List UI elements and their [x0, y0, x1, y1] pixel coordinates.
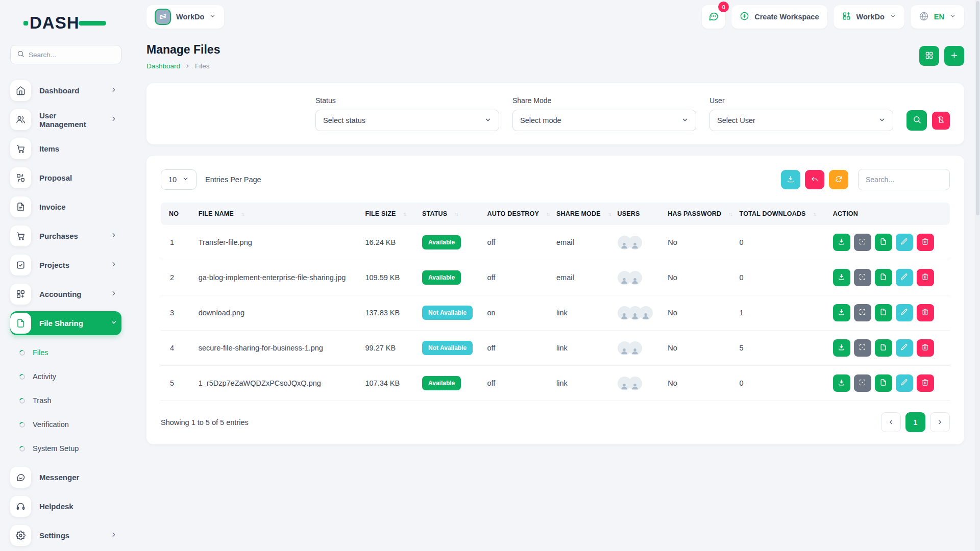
- sort-icon: ↑↓: [608, 211, 611, 217]
- submenu-item-trash[interactable]: Trash: [19, 390, 121, 411]
- delete-file-button[interactable]: [917, 234, 934, 251]
- apply-filter-button[interactable]: [906, 110, 927, 131]
- scrollbar-thumb[interactable]: [976, 1, 979, 215]
- sidebar-item-label: Dashboard: [39, 86, 102, 95]
- scan-qr-button[interactable]: [854, 269, 871, 286]
- column-header-has-password[interactable]: HAS PASSWORD↑↓: [663, 203, 734, 225]
- sidebar-search[interactable]: [10, 45, 121, 64]
- share-mode-select-value: Select mode: [520, 116, 561, 124]
- page-number-button[interactable]: 1: [905, 412, 925, 432]
- refresh-button[interactable]: [829, 170, 848, 189]
- download-file-button[interactable]: [833, 339, 850, 357]
- sidebar-search-input[interactable]: [29, 51, 115, 59]
- clear-filter-button[interactable]: [932, 112, 950, 130]
- page-size-select[interactable]: 10: [161, 169, 197, 190]
- share-mode-select[interactable]: Select mode: [512, 110, 696, 131]
- workspace-selector[interactable]: WorkDo: [146, 5, 224, 29]
- grid-view-button[interactable]: [919, 46, 939, 66]
- submenu-item-activity[interactable]: Activity: [19, 366, 121, 387]
- column-header-file-name[interactable]: FILE NAME↑↓: [193, 203, 360, 225]
- download-file-button[interactable]: [833, 304, 850, 321]
- cell-file-size: 16.24 KB: [360, 225, 417, 260]
- scan-qr-button[interactable]: [854, 374, 871, 392]
- edit-file-button[interactable]: [896, 269, 913, 286]
- cell-actions: [828, 225, 950, 260]
- messages-button[interactable]: 0: [702, 5, 725, 29]
- column-header-auto-destroy[interactable]: AUTO DESTROY↑↓: [482, 203, 551, 225]
- scan-icon: [859, 273, 866, 282]
- chevron-right-icon: [185, 63, 190, 69]
- sidebar-item-projects[interactable]: Projects: [10, 253, 121, 277]
- pencil-icon: [900, 343, 908, 353]
- sidebar-item-invoice[interactable]: Invoice: [10, 195, 121, 219]
- home-icon: [10, 80, 31, 101]
- chevron-down-icon: [182, 176, 189, 184]
- users-icon: [10, 109, 31, 130]
- delete-file-button[interactable]: [917, 304, 934, 321]
- breadcrumb-dashboard-link[interactable]: Dashboard: [146, 62, 180, 70]
- delete-file-button[interactable]: [917, 269, 934, 286]
- column-header-total-downloads[interactable]: TOTAL DOWNLOADS↑↓: [734, 203, 828, 225]
- user-select[interactable]: Select User: [709, 110, 893, 131]
- download-file-button[interactable]: [833, 374, 850, 392]
- chevron-right-icon: [110, 232, 117, 241]
- edit-file-button[interactable]: [896, 339, 913, 357]
- sidebar-item-items[interactable]: Items: [10, 137, 121, 161]
- add-file-button[interactable]: [944, 46, 964, 66]
- workspace-name: WorkDo: [176, 13, 204, 21]
- filter-user: User Select User: [709, 96, 893, 131]
- sidebar-item-accounting[interactable]: Accounting: [10, 282, 121, 306]
- download-file-button[interactable]: [833, 234, 850, 251]
- undo-button[interactable]: [805, 170, 824, 189]
- download-file-button[interactable]: [833, 269, 850, 286]
- delete-file-button[interactable]: [917, 374, 934, 392]
- sidebar-item-dashboard[interactable]: Dashboard: [10, 79, 121, 103]
- table-row: 4 secure-file-sharing-for-business-1.png…: [161, 331, 950, 366]
- delete-file-button[interactable]: [917, 339, 934, 357]
- view-file-button[interactable]: [875, 339, 892, 357]
- scan-qr-button[interactable]: [854, 304, 871, 321]
- sidebar-item-file-sharing[interactable]: File Sharing: [10, 311, 121, 335]
- scan-qr-button[interactable]: [854, 339, 871, 357]
- brand-logo[interactable]: DASH: [30, 13, 106, 33]
- view-file-button[interactable]: [875, 374, 892, 392]
- edit-file-button[interactable]: [896, 374, 913, 392]
- edit-file-button[interactable]: [896, 234, 913, 251]
- table-search-input[interactable]: [858, 169, 950, 190]
- file-icon: [10, 313, 31, 334]
- scrollbar[interactable]: [975, 0, 980, 551]
- sidebar-item-messenger[interactable]: Messenger: [10, 465, 121, 489]
- sidebar-item-settings[interactable]: Settings: [10, 523, 121, 547]
- previous-page-button[interactable]: [881, 412, 901, 432]
- cell-users: [612, 295, 663, 331]
- app-menu-button[interactable]: WorkDo: [834, 5, 904, 29]
- chat-bubble-icon: [708, 11, 719, 23]
- sidebar-item-purchases[interactable]: Purchases: [10, 224, 121, 248]
- sidebar: DASH Dashboard User Management Items: [0, 0, 131, 551]
- cell-total-downloads: 0: [734, 260, 828, 295]
- submenu-item-verification[interactable]: Verification: [19, 414, 121, 435]
- scan-icon: [859, 238, 866, 247]
- status-select[interactable]: Select status: [315, 110, 499, 131]
- view-file-button[interactable]: [875, 304, 892, 321]
- view-file-button[interactable]: [875, 234, 892, 251]
- cell-share-mode: email: [551, 225, 612, 260]
- view-file-button[interactable]: [875, 269, 892, 286]
- column-header-file-size[interactable]: FILE SIZE↑↓: [360, 203, 417, 225]
- export-button[interactable]: [781, 170, 800, 189]
- sidebar-item-helpdesk[interactable]: Helpdesk: [10, 494, 121, 518]
- create-workspace-button[interactable]: Create Workspace: [731, 5, 827, 29]
- chevron-right-icon: [110, 115, 117, 124]
- column-header-share-mode[interactable]: SHARE MODE↑↓: [551, 203, 612, 225]
- edit-file-button[interactable]: [896, 304, 913, 321]
- table-toolbar: [781, 169, 950, 190]
- submenu-item-system-setup[interactable]: System Setup: [19, 438, 121, 459]
- submenu-item-files[interactable]: Files: [19, 342, 121, 363]
- column-header-status[interactable]: STATUS↑↓: [417, 203, 482, 225]
- scan-qr-button[interactable]: [854, 234, 871, 251]
- language-selector[interactable]: EN: [911, 5, 964, 29]
- sidebar-item-proposal[interactable]: Proposal: [10, 166, 121, 190]
- sidebar-item-user-management[interactable]: User Management: [10, 108, 121, 132]
- next-page-button[interactable]: [930, 412, 950, 432]
- cell-file-size: 107.34 KB: [360, 366, 417, 401]
